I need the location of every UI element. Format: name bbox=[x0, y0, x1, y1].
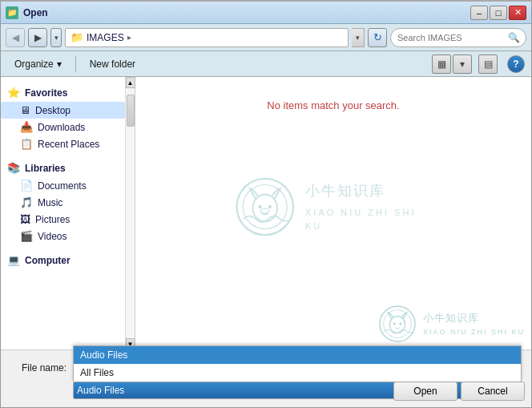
scroll-up-arrow[interactable]: ▲ bbox=[126, 77, 135, 88]
svg-point-6 bbox=[380, 306, 415, 341]
sidebar-item-desktop[interactable]: 🖥 Desktop bbox=[1, 102, 125, 119]
view-buttons: ▦ ▾ ▤ ? bbox=[432, 55, 525, 74]
scroll-thumb[interactable] bbox=[127, 95, 135, 127]
desktop-icon: 🖥 bbox=[20, 104, 30, 116]
forward-button[interactable]: ▶ bbox=[28, 28, 47, 47]
watermark2-text-cn: 小牛知识库 bbox=[423, 310, 525, 326]
computer-header[interactable]: 💻 Computer bbox=[1, 251, 125, 269]
back-button[interactable]: ◀ bbox=[6, 28, 25, 47]
favorites-section: ⭐ Favorites 🖥 Desktop 📥 Downloads 📋 Rece… bbox=[1, 83, 125, 152]
window-icon: 📁 bbox=[6, 6, 18, 19]
svg-point-9 bbox=[393, 323, 396, 325]
nav-dropdown-button[interactable]: ▾ bbox=[50, 28, 62, 47]
toolbar-separator bbox=[75, 56, 76, 72]
title-bar: 📁 Open – □ ✕ bbox=[1, 2, 531, 24]
videos-icon: 🎬 bbox=[20, 230, 33, 242]
libraries-section: 📚 Libraries 📄 Documents 🎵 Music 🖼 Pictur… bbox=[1, 159, 125, 244]
sidebar-item-videos[interactable]: 🎬 Videos bbox=[1, 228, 125, 244]
sidebar-item-documents[interactable]: 📄 Documents bbox=[1, 177, 125, 194]
path-text: IMAGES bbox=[87, 32, 124, 43]
sidebar-scrollbar[interactable]: ▲ ▼ bbox=[125, 77, 135, 349]
window-title: Open bbox=[23, 7, 470, 18]
documents-icon: 📄 bbox=[20, 180, 33, 192]
svg-point-2 bbox=[252, 195, 277, 222]
recent-places-icon: 📋 bbox=[20, 138, 33, 150]
action-buttons: Open Cancel bbox=[393, 382, 525, 401]
libraries-header[interactable]: 📚 Libraries bbox=[1, 159, 125, 177]
computer-icon: 💻 bbox=[7, 254, 20, 266]
search-box[interactable]: 🔍 bbox=[390, 28, 526, 47]
svg-point-3 bbox=[258, 205, 262, 209]
watermark-text-cn: 小牛知识库 bbox=[305, 180, 433, 203]
favorites-header[interactable]: ⭐ Favorites bbox=[1, 83, 125, 102]
address-path[interactable]: 📁 IMAGES ▸ bbox=[65, 28, 349, 47]
sidebar-item-downloads[interactable]: 📥 Downloads bbox=[1, 119, 125, 135]
watermark2-text-en: XIAO NIU ZHI SHI KU bbox=[423, 327, 525, 338]
search-input[interactable] bbox=[397, 33, 508, 42]
watermark2-logo bbox=[378, 305, 417, 343]
help-button[interactable]: ? bbox=[507, 55, 525, 73]
path-arrow: ▸ bbox=[127, 33, 131, 42]
svg-point-4 bbox=[268, 205, 272, 209]
pictures-icon: 🖼 bbox=[20, 213, 30, 225]
address-bar: ◀ ▶ ▾ 📁 IMAGES ▸ ▾ ↻ 🔍 bbox=[1, 24, 531, 51]
bottom-bar: File name: Audio Files ▾ Audio Files All… bbox=[1, 349, 531, 407]
filetype-option-audio[interactable]: Audio Files bbox=[74, 346, 521, 364]
toolbar: Organize ▾ New folder ▦ ▾ ▤ ? bbox=[1, 51, 531, 77]
svg-point-10 bbox=[399, 323, 401, 325]
address-dropdown-button[interactable]: ▾ bbox=[352, 28, 365, 47]
sidebar-item-music[interactable]: 🎵 Music bbox=[1, 194, 125, 211]
watermark-center: 小牛知识库 XIAO NIU ZHI SHI KU bbox=[235, 175, 433, 239]
libraries-icon: 📚 bbox=[7, 162, 20, 174]
cancel-button[interactable]: Cancel bbox=[461, 382, 525, 401]
open-dialog-window: 📁 Open – □ ✕ ◀ ▶ ▾ 📁 IMAGES ▸ ▾ ↻ 🔍 Orga… bbox=[0, 0, 532, 408]
computer-section: 💻 Computer bbox=[1, 251, 125, 269]
open-button[interactable]: Open bbox=[393, 382, 457, 401]
no-items-message: No items match your search. bbox=[135, 83, 531, 127]
view-dropdown-button[interactable]: ▾ bbox=[453, 55, 472, 74]
watermark-logo bbox=[235, 175, 296, 239]
sidebar-item-pictures[interactable]: 🖼 Pictures bbox=[1, 211, 125, 228]
path-folder-icon: 📁 bbox=[71, 31, 83, 43]
file-view-panel: No items match your search. bbox=[135, 77, 531, 349]
filename-label: File name: bbox=[10, 362, 66, 374]
svg-point-8 bbox=[389, 316, 405, 333]
filetype-dropdown: Audio Files All Files bbox=[73, 345, 522, 382]
svg-point-0 bbox=[237, 179, 293, 235]
main-content: ⭐ Favorites 🖥 Desktop 📥 Downloads 📋 Rece… bbox=[1, 77, 531, 349]
filetype-option-all[interactable]: All Files bbox=[74, 364, 521, 382]
filetype-current-label: Audio Files bbox=[77, 385, 124, 396]
refresh-button[interactable]: ↻ bbox=[368, 28, 387, 47]
navigation-panel: ⭐ Favorites 🖥 Desktop 📥 Downloads 📋 Rece… bbox=[1, 77, 125, 349]
downloads-icon: 📥 bbox=[20, 121, 33, 133]
favorites-icon: ⭐ bbox=[7, 87, 20, 99]
svg-point-5 bbox=[260, 208, 269, 213]
maximize-button[interactable]: □ bbox=[490, 6, 507, 20]
new-folder-button[interactable]: New folder bbox=[83, 55, 143, 74]
organize-button[interactable]: Organize ▾ bbox=[7, 55, 69, 74]
watermark-bottom-right: 小牛知识库 XIAO NIU ZHI SHI KU bbox=[378, 305, 525, 343]
close-button[interactable]: ✕ bbox=[509, 6, 526, 20]
watermark-text-en: XIAO NIU ZHI SHI KU bbox=[305, 206, 433, 234]
sidebar-item-recent-places[interactable]: 📋 Recent Places bbox=[1, 135, 125, 152]
view-toggle-button[interactable]: ▦ bbox=[432, 55, 451, 74]
title-bar-buttons: – □ ✕ bbox=[470, 6, 526, 20]
minimize-button[interactable]: – bbox=[470, 6, 488, 20]
preview-pane-button[interactable]: ▤ bbox=[478, 55, 498, 74]
search-icon: 🔍 bbox=[508, 32, 520, 43]
music-icon: 🎵 bbox=[20, 196, 33, 208]
